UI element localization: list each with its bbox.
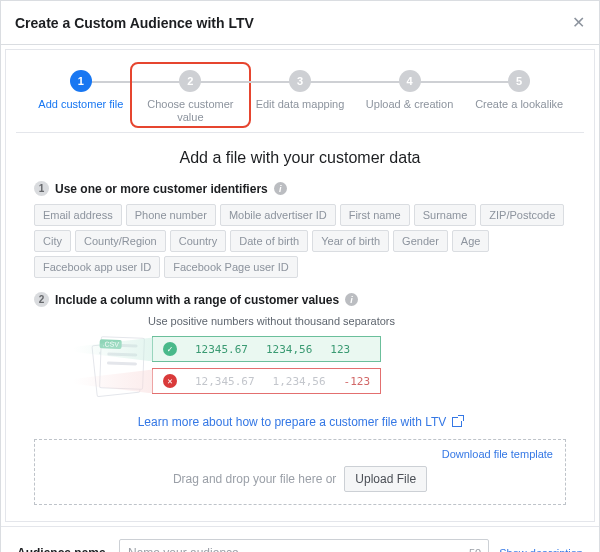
chip-county-region[interactable]: County/Region <box>75 230 166 252</box>
file-dropzone[interactable]: Download file template Drag and drop you… <box>34 439 566 505</box>
example-value: 1,234,56 <box>273 375 326 388</box>
modal-header: Create a Custom Audience with LTV ✕ <box>1 1 599 45</box>
step-number: 1 <box>70 70 92 92</box>
example-value: 12345.67 <box>195 343 248 356</box>
chip-dob[interactable]: Date of birth <box>230 230 308 252</box>
section-number: 2 <box>34 292 49 307</box>
download-template-link[interactable]: Download file template <box>442 448 553 460</box>
section-2-header: 2 Include a column with a range of custo… <box>34 292 566 307</box>
chip-age[interactable]: Age <box>452 230 490 252</box>
external-link-icon <box>452 417 462 427</box>
section-title: Use one or more customer identifiers <box>55 182 268 196</box>
step-create-lookalike[interactable]: 5 Create a lookalike <box>464 70 574 111</box>
chip-first-name[interactable]: First name <box>340 204 410 226</box>
section-number: 1 <box>34 181 49 196</box>
example-bad-row: ✕ 12,345.67 1,234,56 -123 <box>152 368 381 394</box>
example-value: 123 <box>330 343 350 356</box>
show-description-link[interactable]: Show description <box>499 547 583 552</box>
x-icon: ✕ <box>163 374 177 388</box>
chip-zip[interactable]: ZIP/Postcode <box>480 204 564 226</box>
step-number: 2 <box>179 70 201 92</box>
upload-file-button[interactable]: Upload File <box>344 466 427 492</box>
chip-surname[interactable]: Surname <box>414 204 477 226</box>
step-number: 3 <box>289 70 311 92</box>
modal-title: Create a Custom Audience with LTV <box>15 15 254 31</box>
chip-fb-page-user-id[interactable]: Facebook Page user ID <box>164 256 298 278</box>
step-label: Upload & creation <box>366 98 453 111</box>
audience-name-input[interactable] <box>119 539 489 552</box>
section-1-header: 1 Use one or more customer identifiers i <box>34 181 566 196</box>
example-good-row: ✓ 12345.67 1234,56 123 <box>152 336 381 362</box>
modal: Create a Custom Audience with LTV ✕ 1 Ad… <box>0 0 600 552</box>
info-icon[interactable]: i <box>274 182 287 195</box>
step-number: 5 <box>508 70 530 92</box>
format-hint: Use positive numbers without thousand se… <box>148 315 395 327</box>
section-title: Include a column with a range of custome… <box>55 293 339 307</box>
step-label: Create a lookalike <box>475 98 563 111</box>
chip-email[interactable]: Email address <box>34 204 122 226</box>
learn-more-link[interactable]: Learn more about how to prepare a custom… <box>34 415 566 429</box>
dropzone-text: Drag and drop your file here or <box>173 472 336 486</box>
step-label: Edit data mapping <box>256 98 345 111</box>
chip-mobile-advertiser-id[interactable]: Mobile advertiser ID <box>220 204 336 226</box>
footer: Audience name 50 Show description <box>1 526 599 552</box>
step-add-customer-file[interactable]: 1 Add customer file <box>26 70 136 111</box>
identifier-chips: Email address Phone number Mobile advert… <box>34 204 566 278</box>
step-choose-customer-value[interactable]: 2 Choose customer value <box>136 70 246 124</box>
info-icon[interactable]: i <box>345 293 358 306</box>
chip-yob[interactable]: Year of birth <box>312 230 389 252</box>
page-title: Add a file with your customer data <box>34 149 566 167</box>
chip-country[interactable]: Country <box>170 230 227 252</box>
chip-fb-app-user-id[interactable]: Facebook app user ID <box>34 256 160 278</box>
step-upload-creation[interactable]: 4 Upload & creation <box>355 70 465 111</box>
step-edit-data-mapping[interactable]: 3 Edit data mapping <box>245 70 355 111</box>
stepper: 1 Add customer file 2 Choose customer va… <box>16 56 584 133</box>
example-value: 1234,56 <box>266 343 312 356</box>
char-counter: 50 <box>469 547 481 552</box>
chip-phone[interactable]: Phone number <box>126 204 216 226</box>
check-icon: ✓ <box>163 342 177 356</box>
step-label: Add customer file <box>38 98 123 111</box>
audience-name-label: Audience name <box>17 546 109 552</box>
chip-gender[interactable]: Gender <box>393 230 448 252</box>
content: Add a file with your customer data 1 Use… <box>16 133 584 521</box>
example-value: -123 <box>344 375 371 388</box>
example-value: 12,345.67 <box>195 375 255 388</box>
chip-city[interactable]: City <box>34 230 71 252</box>
example-area: .CSV ✓ 12345.67 1234,56 123 ✕ 12,345.67 <box>94 333 381 397</box>
step-number: 4 <box>399 70 421 92</box>
close-icon[interactable]: ✕ <box>572 13 585 32</box>
step-label: Choose customer value <box>145 98 235 124</box>
